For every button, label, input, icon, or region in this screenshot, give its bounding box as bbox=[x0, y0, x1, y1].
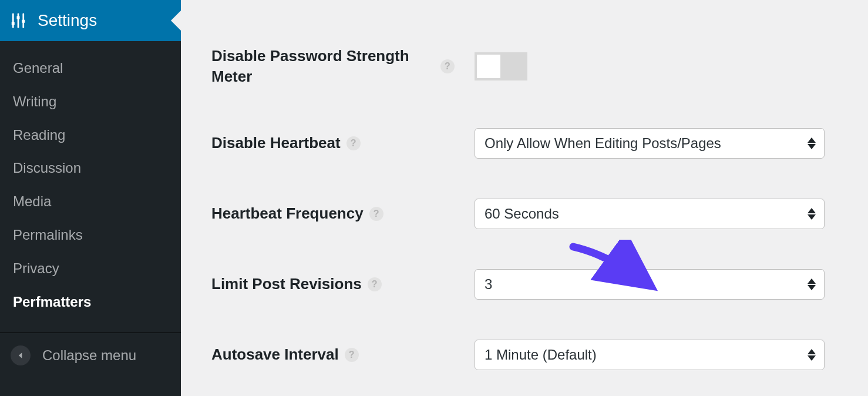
svg-rect-3 bbox=[12, 22, 15, 25]
help-icon[interactable]: ? bbox=[440, 59, 455, 73]
sidebar-item-reading[interactable]: Reading bbox=[0, 119, 181, 152]
select-value: 60 Seconds bbox=[485, 206, 559, 222]
sidebar-item-discussion[interactable]: Discussion bbox=[0, 152, 181, 185]
autosave-interval-select[interactable]: 1 Minute (Default) bbox=[475, 340, 825, 370]
sidebar-item-label: Permalinks bbox=[13, 227, 83, 243]
setting-row-password-meter: Disable Password Strength Meter ? bbox=[181, 46, 833, 87]
help-icon[interactable]: ? bbox=[346, 136, 361, 150]
sidebar-item-label: Discussion bbox=[13, 160, 81, 176]
setting-label: Autosave Interval bbox=[211, 344, 339, 365]
sidebar-item-perfmatters[interactable]: Perfmatters bbox=[0, 286, 181, 319]
sidebar-item-label: General bbox=[13, 60, 63, 76]
sidebar-menu: General Writing Reading Discussion Media… bbox=[0, 41, 181, 318]
sidebar-item-general[interactable]: General bbox=[0, 52, 181, 85]
select-value: 1 Minute (Default) bbox=[485, 347, 597, 363]
help-icon[interactable]: ? bbox=[369, 207, 383, 221]
setting-label: Disable Password Strength Meter bbox=[211, 46, 435, 87]
settings-panel: Disable Password Strength Meter ? Disabl… bbox=[181, 0, 868, 396]
sidebar-header-settings[interactable]: Settings bbox=[0, 0, 181, 41]
setting-label: Disable Heartbeat bbox=[211, 133, 341, 153]
sidebar-item-permalinks[interactable]: Permalinks bbox=[0, 219, 181, 252]
admin-sidebar: Settings General Writing Reading Discuss… bbox=[0, 0, 181, 396]
svg-rect-5 bbox=[22, 20, 25, 23]
sidebar-item-label: Privacy bbox=[13, 260, 59, 276]
toggle-knob bbox=[477, 55, 500, 78]
setting-row-disable-heartbeat: Disable Heartbeat ? Only Allow When Edit… bbox=[181, 128, 833, 159]
setting-label: Heartbeat Frequency bbox=[211, 203, 364, 224]
setting-row-autosave-interval: Autosave Interval ? 1 Minute (Default) bbox=[181, 340, 833, 370]
setting-row-limit-post-revisions: Limit Post Revisions ? 3 bbox=[181, 269, 833, 300]
select-sort-icon bbox=[808, 278, 816, 290]
collapse-menu-label: Collapse menu bbox=[42, 347, 136, 364]
sidebar-item-label: Reading bbox=[13, 127, 65, 143]
select-sort-icon bbox=[808, 349, 816, 361]
svg-rect-4 bbox=[17, 16, 20, 19]
sidebar-item-writing[interactable]: Writing bbox=[0, 85, 181, 119]
select-value: 3 bbox=[485, 276, 492, 293]
select-sort-icon bbox=[808, 137, 816, 149]
sliders-icon bbox=[9, 12, 27, 29]
sidebar-item-media[interactable]: Media bbox=[0, 185, 181, 219]
sidebar-item-privacy[interactable]: Privacy bbox=[0, 252, 181, 286]
limit-post-revisions-select[interactable]: 3 bbox=[475, 269, 825, 300]
sidebar-header-label: Settings bbox=[38, 11, 97, 30]
select-sort-icon bbox=[808, 208, 816, 220]
sidebar-item-label: Perfmatters bbox=[13, 294, 91, 310]
setting-label: Limit Post Revisions bbox=[211, 274, 362, 294]
collapse-menu-button[interactable]: Collapse menu bbox=[0, 333, 181, 377]
setting-row-heartbeat-frequency: Heartbeat Frequency ? 60 Seconds bbox=[181, 199, 833, 229]
password-meter-toggle[interactable] bbox=[475, 52, 527, 80]
sidebar-item-label: Writing bbox=[13, 93, 56, 109]
help-icon[interactable]: ? bbox=[368, 277, 382, 291]
collapse-icon bbox=[11, 345, 31, 365]
heartbeat-frequency-select[interactable]: 60 Seconds bbox=[475, 199, 825, 229]
disable-heartbeat-select[interactable]: Only Allow When Editing Posts/Pages bbox=[475, 128, 825, 159]
select-value: Only Allow When Editing Posts/Pages bbox=[485, 135, 721, 152]
sidebar-item-label: Media bbox=[13, 193, 51, 209]
help-icon[interactable]: ? bbox=[345, 348, 359, 362]
